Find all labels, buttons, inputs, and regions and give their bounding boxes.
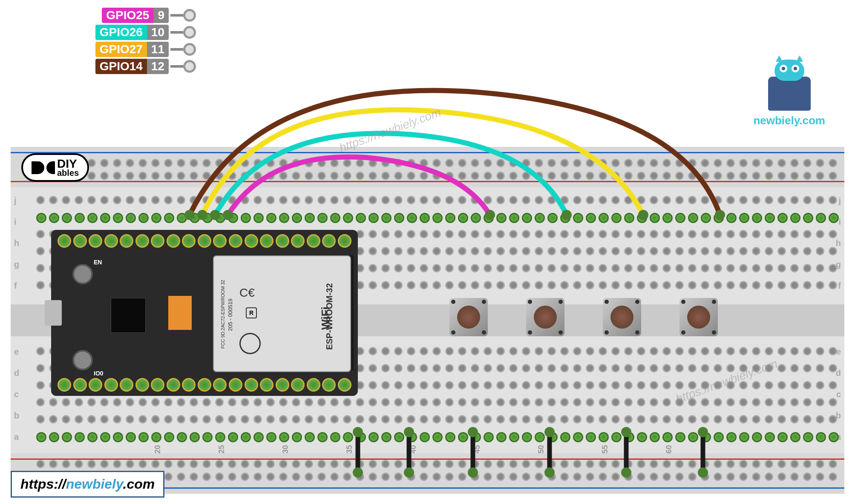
pin-row-gpio25: GPIO25 9: [34, 8, 196, 23]
url-box: https://newbiely.com: [11, 471, 164, 498]
row-label: g: [14, 260, 19, 269]
col-label: 50: [537, 445, 546, 453]
col-label: 30: [281, 445, 290, 453]
pin-number: 11: [147, 42, 169, 57]
pin-legend: GPIO25 9 GPIO26 10 GPIO27 11 GPIO14 12: [34, 8, 196, 76]
io0-button: [72, 350, 93, 370]
row-label: c: [836, 389, 841, 399]
pin-number: 12: [147, 59, 169, 74]
row-label: b: [14, 411, 19, 421]
row-label: a: [14, 432, 19, 442]
power-rail-top: [11, 147, 844, 187]
pin-connector-line: [170, 31, 183, 34]
pin-connector-line: [170, 65, 183, 68]
owl-logo: newbiely.com: [753, 77, 825, 127]
url-suffix: .com: [123, 476, 155, 492]
owl-text: newbiely.com: [753, 114, 825, 127]
tactile-button: [679, 298, 718, 336]
pin-label: GPIO26: [95, 25, 147, 40]
r-mark: R: [246, 307, 257, 318]
pin-connector-circle: [183, 43, 196, 56]
diyables-icon: [32, 161, 44, 174]
col-label: 40: [409, 445, 418, 453]
row-label: j: [14, 196, 17, 206]
diyables-text-bottom: ables: [57, 169, 79, 177]
wifi-label: WiFi: [319, 306, 332, 330]
col-label: 60: [665, 445, 674, 453]
esp-chip: [111, 298, 146, 333]
pin-label: GPIO27: [95, 42, 147, 57]
pin-row-gpio27: GPIO27 11: [34, 42, 196, 57]
en-button: [72, 264, 93, 284]
pin-row-gpio26: GPIO26 10: [34, 25, 196, 40]
tactile-button: [449, 298, 488, 336]
pin-label: GPIO14: [95, 59, 147, 74]
esp32-board: EN IO0 C ESP-WROOM-32 WiFi FCC 9D:2AC72-…: [51, 230, 358, 396]
pin-number: 9: [153, 8, 169, 23]
row-label: e: [14, 347, 19, 357]
row-label: d: [14, 368, 19, 378]
serial-label: 205 - 000519: [227, 298, 233, 331]
col-label: 20: [153, 445, 162, 453]
url-highlight: newbiely: [66, 476, 123, 492]
pin-connector-circle: [183, 9, 196, 22]
esp-shield: ESP-WROOM-32 WiFi FCC 9D:2AC72-ESPWROOM …: [213, 255, 351, 372]
diyables-text-top: DIY: [57, 158, 79, 169]
usb-port: [45, 300, 62, 326]
diyables-logo: DIY ables: [21, 153, 89, 182]
row-label: i: [14, 217, 17, 227]
pin-connector-line: [170, 14, 183, 17]
pin-number: 10: [147, 25, 169, 40]
row-label: i: [838, 217, 841, 227]
col-label: 25: [217, 445, 226, 453]
row-label: j: [838, 196, 841, 206]
row-label: c: [14, 389, 19, 399]
row-label: h: [836, 238, 841, 248]
en-label: EN: [94, 259, 102, 266]
esp-capacitor: [168, 296, 192, 330]
io0-label: IO0: [94, 370, 104, 377]
tactile-button: [526, 298, 564, 336]
pin-connector-circle: [183, 26, 196, 39]
row-label: f: [14, 281, 17, 291]
pin-label: GPIO25: [102, 8, 153, 23]
col-label: 55: [601, 445, 610, 453]
pin-connector-line: [170, 48, 183, 51]
row-label: f: [838, 281, 841, 291]
tactile-button: [603, 298, 641, 336]
pin-row-gpio14: GPIO14 12: [34, 59, 196, 74]
pin-connector-circle: [183, 60, 196, 73]
fcc-label: FCC 9D:2AC72-ESPWROOM 32: [220, 280, 225, 349]
url-prefix: https://: [20, 476, 66, 492]
row-label: h: [14, 238, 19, 248]
col-label: 35: [345, 445, 354, 453]
col-label: 45: [473, 445, 482, 453]
